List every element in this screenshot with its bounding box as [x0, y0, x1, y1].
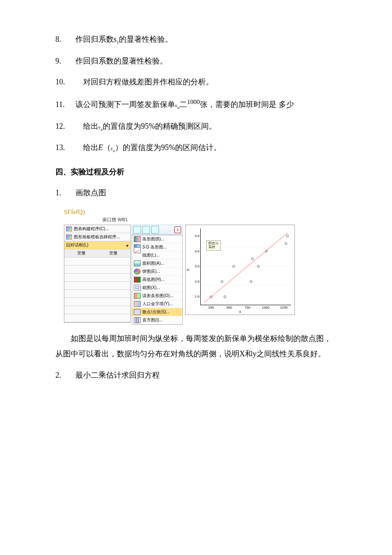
menu-pyramid[interactable]: 人口金字塔(Y)...: [132, 300, 182, 308]
item-num: 2.: [55, 370, 73, 381]
label: 3-D 条形图...: [142, 244, 167, 250]
item-12: 12. 给出yo的置信度为95%的精确预测区间。: [55, 121, 337, 133]
step-1: 1. 画散点图: [55, 188, 337, 198]
errorbar-icon: [134, 293, 141, 299]
table-row: [64, 274, 130, 282]
table-header: 变量 变量: [64, 249, 130, 257]
label: 面积图(A)...: [142, 260, 164, 266]
item-text-2: 张，需要的加班时间是 多少: [200, 100, 294, 109]
item-text: 作回归系数的显著性检验。: [75, 57, 167, 65]
menu-scatter[interactable]: 散点/点状(S)...: [132, 308, 182, 316]
graphboard-icon: [66, 234, 72, 240]
data-point: [286, 235, 288, 237]
tool-icon[interactable]: [133, 226, 141, 234]
chart-builder-icon: [66, 226, 72, 231]
label: 图表构建程序(C)...: [74, 226, 109, 232]
y-axis-label: y: [185, 269, 190, 271]
item-10: 10. 对回归方程做残差图并作相应的分析。: [55, 77, 337, 87]
table-row: [64, 314, 130, 322]
toolbar: 1: [132, 225, 183, 235]
fit-line: [204, 233, 288, 303]
label: 直方图(I)...: [142, 317, 163, 323]
data-point: [251, 258, 254, 260]
item-num: 13.: [55, 142, 81, 153]
scatter-plot: y x 拟合1y 实径 1.02.03.04.05.02505007501000…: [185, 225, 295, 315]
item-text: 对回归方程做残差图并作相应的分析。: [83, 78, 213, 86]
x-tick: 1250: [279, 306, 289, 309]
item-text: 作回归系数s: [75, 35, 117, 43]
sup-1000: 1000: [187, 98, 200, 105]
scatter-points: [210, 235, 288, 298]
equals: 二: [179, 100, 187, 109]
menu-errorbar[interactable]: 误差条形图(O)...: [132, 292, 182, 300]
table-row: [64, 298, 130, 306]
item-text-2: 的显著性检验。: [119, 35, 173, 43]
menu-pie[interactable]: 饼图(E)...: [132, 268, 182, 276]
label: 条形图(B)...: [142, 236, 164, 242]
highlow-icon: [134, 277, 141, 283]
rparen: ）: [115, 143, 123, 152]
label: 图形画板模板选择程序...: [74, 234, 120, 240]
pyramid-icon: [134, 301, 141, 307]
menu-legacy-dialogs[interactable]: 旧对话框(L) ▸: [64, 241, 130, 249]
data-point: [250, 280, 252, 283]
lparen: （: [103, 143, 111, 152]
section-4-heading: 四、实验过程及分析: [55, 167, 337, 177]
y-tick: 3.0: [194, 264, 199, 268]
data-point: [285, 243, 287, 245]
window-title: 宙口翅 WB1: [102, 217, 337, 223]
y-tick: 5.0: [194, 234, 199, 238]
spss-mid-panel: 1 条形图(B)... 3-D 条形图... 线图(L)... 面积图(A)..…: [132, 225, 183, 325]
pie-icon: [134, 269, 141, 275]
var-E: E: [98, 143, 103, 152]
item-num: 9.: [55, 56, 73, 66]
menu-bar[interactable]: 条形图(B)...: [132, 235, 182, 243]
box-icon: [134, 285, 141, 291]
menu-box[interactable]: 箱图(X)...: [132, 284, 182, 292]
menu-highlow[interactable]: 高低图(H)...: [132, 276, 182, 284]
data-point: [233, 266, 235, 268]
item-num: 1.: [55, 188, 73, 198]
x-axis-line: [200, 305, 291, 305]
item-text-2: 的置信度为95%的精确预测区间。: [103, 122, 216, 130]
item-9: 9. 作回归系数的显著性检验。: [55, 56, 337, 66]
item-num: 10.: [55, 77, 81, 87]
spss-left-panel: 图表构建程序(C)... 图形画板模板选择程序... 旧对话框(L) ▸ 变量 …: [64, 225, 131, 323]
table-row: [64, 290, 130, 298]
figure-row: 图表构建程序(C)... 图形画板模板选择程序... 旧对话框(L) ▸ 变量 …: [64, 225, 337, 325]
menu-area[interactable]: 面积图(A)...: [132, 260, 182, 268]
item-text: 给出: [83, 122, 98, 130]
histogram-icon: [134, 317, 141, 323]
x-tick: 500: [224, 306, 234, 309]
item-13: 13. 给出E（yo）的置信度为95%的区间估计。: [55, 142, 337, 154]
col-2: 变量: [109, 250, 118, 256]
label: 饼图(E)...: [142, 269, 160, 275]
step-2: 2. 最小二乘估计求回归方程: [55, 370, 337, 381]
x-tick: 750: [242, 306, 253, 309]
item-11: 11. 该公司预测下一周签发新保单xo二1000张，需要的加班时间是 多少: [55, 98, 337, 111]
data-point: [221, 280, 223, 283]
tool-icon[interactable]: [151, 226, 159, 234]
label: 线图(L)...: [142, 252, 160, 258]
menu-graphboard[interactable]: 图形画板模板选择程序...: [64, 233, 130, 241]
x-tick: 250: [206, 306, 216, 309]
menu-histogram[interactable]: 直方图(I)...: [132, 316, 182, 324]
plot-svg: [200, 228, 291, 304]
menu-line[interactable]: 线图(L)...: [132, 251, 182, 260]
spss-tag: SFfefQ): [64, 208, 337, 216]
table-row: [64, 266, 130, 274]
item-num: 12.: [55, 121, 81, 132]
area-icon: [134, 260, 141, 266]
item-text: 给出: [83, 143, 98, 152]
x-tick: 1000: [260, 306, 271, 309]
menu-chart-builder[interactable]: 图表构建程序(C)...: [64, 225, 130, 233]
tool-icon[interactable]: [142, 226, 150, 234]
data-point: [257, 266, 259, 268]
item-text-2: 的置信度为95%的区间估计。: [123, 143, 221, 152]
label: 旧对话框(L): [66, 242, 88, 248]
item-num: 11.: [55, 99, 73, 110]
chart-type-menu: 条形图(B)... 3-D 条形图... 线图(L)... 面积图(A)... …: [132, 235, 183, 325]
label: 人口金字塔(Y)...: [142, 301, 173, 307]
submenu-arrow-icon: ▸: [127, 243, 129, 248]
tool-badge: 1: [174, 226, 181, 233]
